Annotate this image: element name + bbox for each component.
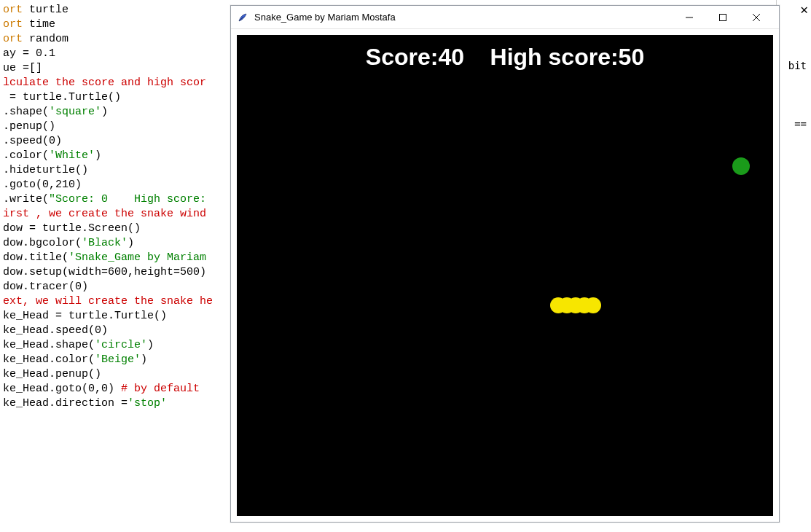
maximize-button[interactable] — [706, 6, 740, 28]
snake-segment — [585, 297, 601, 313]
close-button[interactable] — [740, 6, 773, 28]
high-score-label: High score: — [490, 44, 619, 70]
food-dot — [732, 157, 750, 175]
side-text-bit: bit — [788, 58, 807, 73]
side-text-sep: == — [794, 117, 807, 131]
high-score-value: 50 — [619, 44, 645, 70]
game-canvas[interactable]: Score:40 High score:50 — [237, 35, 773, 516]
game-window: Snake_Game by Mariam Mostafa Score:40 Hi… — [230, 5, 780, 523]
feather-icon — [237, 12, 248, 23]
titlebar: Snake_Game by Mariam Mostafa — [231, 6, 779, 29]
window-buttons — [673, 6, 773, 28]
window-title: Snake_Game by Mariam Mostafa — [254, 12, 673, 23]
score-value: 40 — [438, 44, 464, 70]
side-panel: ✕ bit == — [776, 0, 811, 146]
score-text: Score:40 High score:50 — [237, 44, 773, 71]
svg-rect-1 — [720, 14, 726, 20]
close-icon[interactable]: ✕ — [800, 3, 808, 17]
minimize-button[interactable] — [673, 6, 706, 28]
score-label: Score: — [366, 44, 439, 70]
